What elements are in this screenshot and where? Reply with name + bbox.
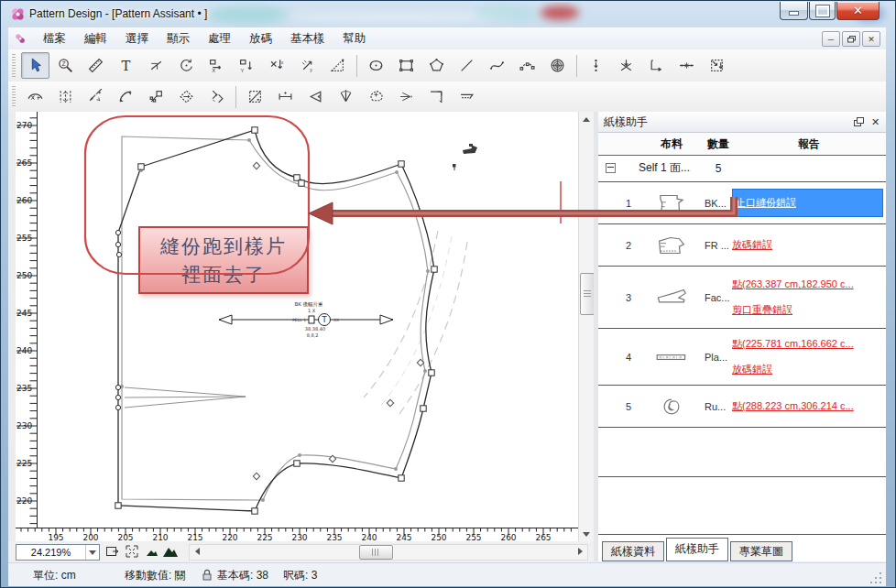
move-x-tool-button[interactable]: X: [202, 52, 231, 79]
report-link[interactable]: 點(263.387 cm,182.950 c...: [732, 278, 884, 291]
ruler-tool-button[interactable]: [82, 52, 110, 79]
move-x-tool-icon: X: [209, 58, 224, 73]
node-group-tool-button[interactable]: [142, 83, 170, 110]
toolbar-grip[interactable]: [12, 54, 16, 77]
title-bar[interactable]: Pattern Design - [Pattern Assisant • ] ✕: [2, 2, 894, 27]
collapse-icon[interactable]: [606, 163, 616, 173]
zoom-in-preview-button[interactable]: [162, 544, 179, 559]
notch-curve-tool-button[interactable]: [21, 83, 49, 110]
point-cross-tool-button[interactable]: [612, 52, 640, 79]
pattern-canvas[interactable]: BK 後幅片重 1 X PELL 1 T XX 38,38,40 8,8,2: [38, 112, 578, 528]
curve-points-tool-button[interactable]: [513, 52, 541, 79]
toolbar-grip[interactable]: [12, 86, 16, 107]
measure-triangle-tool-button[interactable]: [323, 52, 352, 79]
select-arrow-button[interactable]: [21, 52, 49, 79]
mdi-minimize-button[interactable]: ─: [822, 31, 840, 47]
table-row[interactable]: 5Ru...點(288.223 cm,306.214 c...: [598, 386, 886, 428]
arrow-down-icon: [583, 532, 590, 537]
fit-all-button[interactable]: [124, 544, 140, 559]
zoom-out-preview-button[interactable]: [144, 544, 160, 559]
table-row[interactable]: 1BK...止口縫份錯誤: [598, 182, 886, 224]
report-link[interactable]: 放碼錯誤: [732, 238, 884, 252]
mdi-restore-button[interactable]: [842, 31, 860, 47]
scroll-up-button[interactable]: [579, 112, 594, 126]
table-row-empty[interactable]: [598, 428, 886, 477]
corner-line-tool-button[interactable]: [422, 83, 451, 110]
report-link[interactable]: 剪口重疊錯誤: [732, 303, 884, 317]
angle-arc-tool-button[interactable]: [112, 83, 140, 110]
polygon-tool-button[interactable]: [422, 52, 451, 79]
menu-顯示[interactable]: 顯示: [158, 28, 199, 49]
zoom-dropdown-button[interactable]: [85, 545, 99, 560]
fan-right-tool-button[interactable]: [392, 83, 421, 110]
rectangle-tool-button[interactable]: [392, 52, 421, 79]
panel-close-button[interactable]: ✕: [869, 115, 882, 129]
svg-text:1 X: 1 X: [308, 308, 316, 313]
table-row-empty[interactable]: [598, 477, 886, 535]
menu-選擇[interactable]: 選擇: [116, 28, 158, 49]
vertical-scroll-thumb[interactable]: [580, 273, 595, 315]
fit-page-button[interactable]: [104, 544, 120, 559]
point-horizontal-tool-button[interactable]: [672, 52, 701, 79]
spiral-tool-button[interactable]: [543, 52, 572, 79]
shape-arrows-tool-button[interactable]: [202, 83, 231, 110]
expand-icon: [126, 545, 138, 558]
dart-left-tool-button[interactable]: [301, 83, 330, 110]
report-link[interactable]: 點(288.223 cm,306.214 c...: [732, 399, 884, 413]
dart-points-tool-button[interactable]: [82, 83, 110, 110]
tab-專業草圖[interactable]: 專業草圖: [730, 541, 792, 561]
scroll-left-button[interactable]: [190, 544, 204, 559]
point-box-tool-button[interactable]: [703, 52, 731, 79]
report-link[interactable]: 放碼錯誤: [732, 363, 884, 376]
point-corner-tool-button[interactable]: [642, 52, 671, 79]
menu-基本樣[interactable]: 基本樣: [281, 28, 334, 49]
menu-處理[interactable]: 處理: [199, 28, 240, 49]
client-area: 檔案編輯選擇顯示處理放碼基本樣幫助 ─ ✕ ZTXYxy 27026526025…: [8, 27, 886, 585]
symmetry-shape-tool-button[interactable]: [172, 83, 201, 110]
trim-tool-button[interactable]: [142, 52, 170, 79]
seam-box-tool-button[interactable]: [241, 83, 269, 110]
menu-編輯[interactable]: 編輯: [75, 28, 116, 49]
table-row[interactable]: 4Pla...點(225.781 cm,166.662 c...放碼錯誤: [598, 329, 886, 386]
panel-float-button[interactable]: [852, 115, 866, 129]
polygon-tool-icon: [429, 58, 444, 73]
tab-紙樣助手[interactable]: 紙樣助手: [666, 538, 728, 561]
line-tool-button[interactable]: [453, 52, 481, 79]
point-vertical-tool-button[interactable]: [582, 52, 610, 79]
resize-grip[interactable]: [870, 572, 882, 583]
horizontal-scrollbar[interactable]: [189, 544, 588, 561]
curve-tool-button[interactable]: [483, 52, 511, 79]
rotate-tool-button[interactable]: [172, 52, 201, 79]
horizontal-scroll-thumb[interactable]: [359, 545, 393, 560]
circle-tool-button[interactable]: [362, 52, 390, 79]
text-tool-button[interactable]: T: [112, 52, 140, 79]
minimize-button[interactable]: [780, 2, 808, 20]
pleat-lines-tool-button[interactable]: [51, 83, 80, 110]
vertical-scrollbar[interactable]: [578, 112, 595, 541]
scroll-right-button[interactable]: [573, 544, 587, 559]
svg-text:255: 255: [465, 533, 481, 541]
maximize-button[interactable]: [809, 2, 836, 20]
fan-tool-button[interactable]: [332, 83, 360, 110]
zoom-combo[interactable]: 24.219%: [16, 544, 100, 561]
report-link[interactable]: 止口縫份錯誤: [736, 196, 796, 210]
report-cell-selected[interactable]: 止口縫份錯誤: [732, 189, 883, 217]
menu-幫助[interactable]: 幫助: [334, 28, 376, 49]
table-row[interactable]: 2FR ...放碼錯誤: [598, 224, 886, 267]
hem-hook-tool-button[interactable]: [453, 83, 481, 110]
skew-tool-button[interactable]: x: [263, 52, 291, 79]
close-button[interactable]: ✕: [836, 2, 880, 20]
menu-檔案[interactable]: 檔案: [34, 28, 75, 49]
report-link[interactable]: 點(225.781 cm,166.662 c...: [732, 337, 884, 351]
move-y-tool-button[interactable]: Y: [233, 52, 261, 79]
zoom-tool-button[interactable]: Z: [51, 52, 80, 79]
table-row[interactable]: 3Fac...點(263.387 cm,182.950 c...剪口重疊錯誤: [598, 267, 886, 329]
scroll-down-button[interactable]: [579, 527, 594, 541]
point-adjust-tool-button[interactable]: y: [293, 52, 322, 79]
mdi-close-button[interactable]: ✕: [862, 31, 880, 47]
table-group-row[interactable]: Self 1 面...5: [598, 155, 886, 182]
menu-放碼[interactable]: 放碼: [240, 28, 281, 49]
tab-紙樣資料[interactable]: 紙樣資料: [602, 541, 664, 561]
width-measure-tool-button[interactable]: [271, 83, 300, 110]
overlap-shapes-tool-button[interactable]: [362, 83, 390, 110]
